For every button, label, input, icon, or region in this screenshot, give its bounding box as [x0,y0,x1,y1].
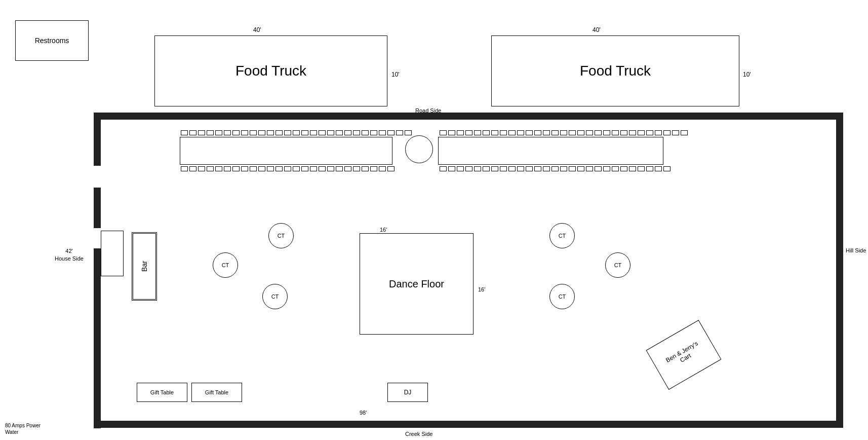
chair [517,130,524,135]
chair [663,166,670,171]
ct-table-1: CT [268,223,294,248]
bar-label: Bar [140,261,148,272]
ct-label-3: CT [271,294,279,300]
wall-accent-right-2 [836,188,843,228]
ben-jerrys-label: Ben & Jerry's Cart [664,340,702,370]
chair [586,166,593,171]
food-truck-1-box: Food Truck [154,35,387,106]
chair [362,130,369,135]
bottom-block-2 [167,421,185,428]
chair [508,166,516,171]
chair [267,166,274,171]
restrooms-label: Restrooms [35,36,69,45]
chairs-below-table-2 [440,166,670,171]
chair [474,166,481,171]
bottom-block-13 [709,421,727,428]
chair [569,166,576,171]
chair [241,130,248,135]
chair [457,166,464,171]
chair [457,130,464,135]
chair [241,166,248,171]
chair [232,166,240,171]
chair [379,130,386,135]
chair [672,130,679,135]
chair [534,166,541,171]
dj-box: DJ [387,383,428,402]
chair [198,166,205,171]
ct-label-2: CT [222,262,229,268]
ct-table-3: CT [262,284,288,309]
chair [560,130,567,135]
chair [465,166,472,171]
chair [319,130,326,135]
bottom-block-5 [332,421,349,428]
chair [465,130,472,135]
chair [258,166,265,171]
bottom-block-15 [810,421,828,428]
bottom-block-3 [228,421,246,428]
chair [646,130,653,135]
house-side-text: House Side [55,255,84,262]
dj-label: DJ [404,389,412,396]
chair [577,166,584,171]
chair [543,166,550,171]
chair [620,166,627,171]
food-truck-2-height-dim: 10' [743,71,751,78]
chair [491,130,498,135]
ct-table-2: CT [213,252,238,278]
chair [275,166,283,171]
venue-layout: Restrooms Food Truck 40' 10' Food Truck … [0,0,868,440]
food-truck-1-label: Food Truck [235,63,306,79]
chair [293,130,300,135]
chair [560,166,567,171]
chair [526,166,533,171]
chair [344,166,351,171]
chair [603,166,610,171]
bottom-block-8 [456,421,474,428]
chair [620,130,627,135]
chair [448,166,455,171]
chair [440,130,447,135]
house-side-42: 42' [65,248,72,254]
power-label: 80 Amps Power Water [5,416,41,435]
gift-table-1: Gift Table [137,383,187,402]
chair [215,166,222,171]
dance-floor-width-dim: 16' [380,227,387,233]
chair [370,166,377,171]
chair [258,130,265,135]
chair [250,130,257,135]
chair [638,130,645,135]
chair [344,130,351,135]
chair [336,166,343,171]
chairs-above-table-1 [181,130,412,135]
bottom-block-4 [279,421,296,428]
bottom-block-9 [506,421,524,428]
chair [224,130,231,135]
chair [448,130,455,135]
chair [603,130,610,135]
chair [207,166,214,171]
chair [543,130,550,135]
chair [370,130,377,135]
chair [198,130,205,135]
chair [250,166,257,171]
chair [629,166,636,171]
chair [629,130,636,135]
food-truck-2-box: Food Truck [491,35,739,106]
chair [612,130,619,135]
chair [508,130,516,135]
chair [526,130,533,135]
food-truck-2-label: Food Truck [580,63,651,79]
dim-98-label: 98' [360,410,367,416]
chair [336,130,343,135]
chair [353,166,360,171]
chair [284,166,291,171]
chair [362,166,369,171]
bottom-block-12 [658,421,676,428]
chair [474,130,481,135]
hill-side-label: Hill Side [846,247,866,253]
chair [396,130,403,135]
chair [207,130,214,135]
ct-table-5: CT [605,252,630,278]
chair [646,166,653,171]
